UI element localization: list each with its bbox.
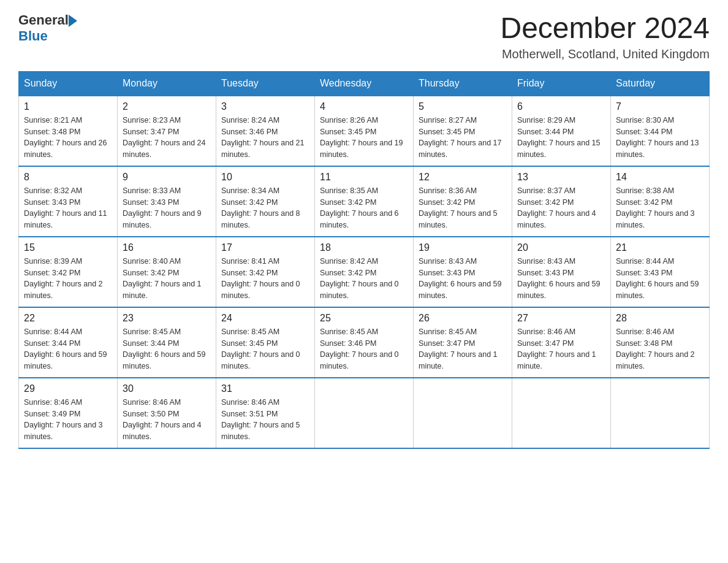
day-info: Sunrise: 8:26 AMSunset: 3:45 PMDaylight:… — [320, 116, 403, 159]
table-row: 3Sunrise: 8:24 AMSunset: 3:46 PMDaylight… — [216, 96, 315, 166]
day-number: 27 — [517, 313, 605, 324]
day-number: 3 — [221, 101, 309, 112]
day-info: Sunrise: 8:42 AMSunset: 3:42 PMDaylight:… — [320, 257, 399, 300]
day-info: Sunrise: 8:45 AMSunset: 3:46 PMDaylight:… — [320, 327, 399, 370]
day-info: Sunrise: 8:44 AMSunset: 3:44 PMDaylight:… — [24, 327, 107, 370]
day-info: Sunrise: 8:45 AMSunset: 3:47 PMDaylight:… — [419, 327, 498, 370]
day-number: 1 — [24, 101, 112, 112]
table-row: 23Sunrise: 8:45 AMSunset: 3:44 PMDayligh… — [118, 307, 216, 378]
calendar-week-row: 8Sunrise: 8:32 AMSunset: 3:43 PMDaylight… — [19, 166, 710, 237]
table-row — [414, 378, 512, 448]
table-row: 2Sunrise: 8:23 AMSunset: 3:47 PMDaylight… — [118, 96, 216, 166]
day-info: Sunrise: 8:43 AMSunset: 3:43 PMDaylight:… — [517, 257, 601, 300]
day-number: 5 — [419, 101, 507, 112]
day-number: 15 — [24, 242, 112, 253]
table-row: 30Sunrise: 8:46 AMSunset: 3:50 PMDayligh… — [118, 378, 216, 448]
header-cell-saturday: Saturday — [611, 71, 710, 96]
table-row: 11Sunrise: 8:35 AMSunset: 3:42 PMDayligh… — [315, 166, 414, 237]
table-row: 5Sunrise: 8:27 AMSunset: 3:45 PMDaylight… — [414, 96, 512, 166]
day-info: Sunrise: 8:37 AMSunset: 3:42 PMDaylight:… — [517, 186, 596, 229]
table-row: 12Sunrise: 8:36 AMSunset: 3:42 PMDayligh… — [414, 166, 512, 237]
day-info: Sunrise: 8:46 AMSunset: 3:49 PMDaylight:… — [24, 398, 103, 441]
header-cell-wednesday: Wednesday — [315, 71, 414, 96]
table-row: 17Sunrise: 8:41 AMSunset: 3:42 PMDayligh… — [216, 237, 315, 307]
day-number: 13 — [517, 172, 605, 183]
day-info: Sunrise: 8:32 AMSunset: 3:43 PMDaylight:… — [24, 186, 107, 229]
month-title: December 2024 — [500, 12, 710, 45]
day-number: 25 — [320, 313, 408, 324]
day-info: Sunrise: 8:29 AMSunset: 3:44 PMDaylight:… — [517, 116, 601, 159]
day-number: 18 — [320, 242, 408, 253]
day-number: 9 — [123, 172, 211, 183]
table-row: 10Sunrise: 8:34 AMSunset: 3:42 PMDayligh… — [216, 166, 315, 237]
day-number: 8 — [24, 172, 112, 183]
table-row: 28Sunrise: 8:46 AMSunset: 3:48 PMDayligh… — [611, 307, 710, 378]
calendar-week-row: 15Sunrise: 8:39 AMSunset: 3:42 PMDayligh… — [19, 237, 710, 307]
day-info: Sunrise: 8:35 AMSunset: 3:42 PMDaylight:… — [320, 186, 399, 229]
day-number: 12 — [419, 172, 507, 183]
table-row: 6Sunrise: 8:29 AMSunset: 3:44 PMDaylight… — [512, 96, 611, 166]
calendar-week-row: 29Sunrise: 8:46 AMSunset: 3:49 PMDayligh… — [19, 378, 710, 448]
table-row — [315, 378, 414, 448]
day-info: Sunrise: 8:45 AMSunset: 3:44 PMDaylight:… — [123, 327, 206, 370]
day-number: 21 — [616, 242, 704, 253]
day-info: Sunrise: 8:34 AMSunset: 3:42 PMDaylight:… — [221, 186, 300, 229]
table-row: 7Sunrise: 8:30 AMSunset: 3:44 PMDaylight… — [611, 96, 710, 166]
table-row: 25Sunrise: 8:45 AMSunset: 3:46 PMDayligh… — [315, 307, 414, 378]
header-cell-monday: Monday — [118, 71, 216, 96]
logo-general-text: General — [18, 12, 69, 28]
day-info: Sunrise: 8:36 AMSunset: 3:42 PMDaylight:… — [419, 186, 498, 229]
day-info: Sunrise: 8:21 AMSunset: 3:48 PMDaylight:… — [24, 116, 107, 159]
table-row: 21Sunrise: 8:44 AMSunset: 3:43 PMDayligh… — [611, 237, 710, 307]
table-row — [611, 378, 710, 448]
day-number: 30 — [123, 383, 211, 394]
day-info: Sunrise: 8:46 AMSunset: 3:47 PMDaylight:… — [517, 327, 596, 370]
table-row: 1Sunrise: 8:21 AMSunset: 3:48 PMDaylight… — [19, 96, 118, 166]
day-number: 14 — [616, 172, 704, 183]
header-cell-sunday: Sunday — [19, 71, 118, 96]
table-row: 26Sunrise: 8:45 AMSunset: 3:47 PMDayligh… — [414, 307, 512, 378]
day-number: 17 — [221, 242, 309, 253]
calendar-header-row: SundayMondayTuesdayWednesdayThursdayFrid… — [19, 71, 710, 96]
day-number: 22 — [24, 313, 112, 324]
day-info: Sunrise: 8:38 AMSunset: 3:42 PMDaylight:… — [616, 186, 695, 229]
day-info: Sunrise: 8:46 AMSunset: 3:50 PMDaylight:… — [123, 398, 202, 441]
table-row: 27Sunrise: 8:46 AMSunset: 3:47 PMDayligh… — [512, 307, 611, 378]
day-number: 6 — [517, 101, 605, 112]
title-area: December 2024 Motherwell, Scotland, Unit… — [500, 12, 710, 61]
day-info: Sunrise: 8:30 AMSunset: 3:44 PMDaylight:… — [616, 116, 699, 159]
table-row: 13Sunrise: 8:37 AMSunset: 3:42 PMDayligh… — [512, 166, 611, 237]
day-number: 23 — [123, 313, 211, 324]
day-number: 26 — [419, 313, 507, 324]
day-info: Sunrise: 8:41 AMSunset: 3:42 PMDaylight:… — [221, 257, 300, 300]
day-number: 29 — [24, 383, 112, 394]
location-subtitle: Motherwell, Scotland, United Kingdom — [500, 47, 710, 61]
day-number: 11 — [320, 172, 408, 183]
day-number: 19 — [419, 242, 507, 253]
page-header: General Blue December 2024 Motherwell, S… — [18, 12, 710, 61]
table-row: 14Sunrise: 8:38 AMSunset: 3:42 PMDayligh… — [611, 166, 710, 237]
day-info: Sunrise: 8:46 AMSunset: 3:48 PMDaylight:… — [616, 327, 695, 370]
day-info: Sunrise: 8:24 AMSunset: 3:46 PMDaylight:… — [221, 116, 305, 159]
calendar-table: SundayMondayTuesdayWednesdayThursdayFrid… — [18, 71, 710, 449]
calendar-week-row: 22Sunrise: 8:44 AMSunset: 3:44 PMDayligh… — [19, 307, 710, 378]
table-row: 20Sunrise: 8:43 AMSunset: 3:43 PMDayligh… — [512, 237, 611, 307]
day-number: 20 — [517, 242, 605, 253]
day-number: 4 — [320, 101, 408, 112]
table-row: 16Sunrise: 8:40 AMSunset: 3:42 PMDayligh… — [118, 237, 216, 307]
table-row: 29Sunrise: 8:46 AMSunset: 3:49 PMDayligh… — [19, 378, 118, 448]
table-row: 24Sunrise: 8:45 AMSunset: 3:45 PMDayligh… — [216, 307, 315, 378]
day-info: Sunrise: 8:27 AMSunset: 3:45 PMDaylight:… — [419, 116, 502, 159]
table-row: 18Sunrise: 8:42 AMSunset: 3:42 PMDayligh… — [315, 237, 414, 307]
table-row: 4Sunrise: 8:26 AMSunset: 3:45 PMDaylight… — [315, 96, 414, 166]
day-number: 2 — [123, 101, 211, 112]
day-info: Sunrise: 8:43 AMSunset: 3:43 PMDaylight:… — [419, 257, 502, 300]
header-cell-thursday: Thursday — [414, 71, 512, 96]
table-row: 19Sunrise: 8:43 AMSunset: 3:43 PMDayligh… — [414, 237, 512, 307]
day-number: 28 — [616, 313, 704, 324]
day-number: 31 — [221, 383, 309, 394]
day-number: 24 — [221, 313, 309, 324]
calendar-week-row: 1Sunrise: 8:21 AMSunset: 3:48 PMDaylight… — [19, 96, 710, 166]
day-info: Sunrise: 8:39 AMSunset: 3:42 PMDaylight:… — [24, 257, 103, 300]
day-info: Sunrise: 8:23 AMSunset: 3:47 PMDaylight:… — [123, 116, 206, 159]
